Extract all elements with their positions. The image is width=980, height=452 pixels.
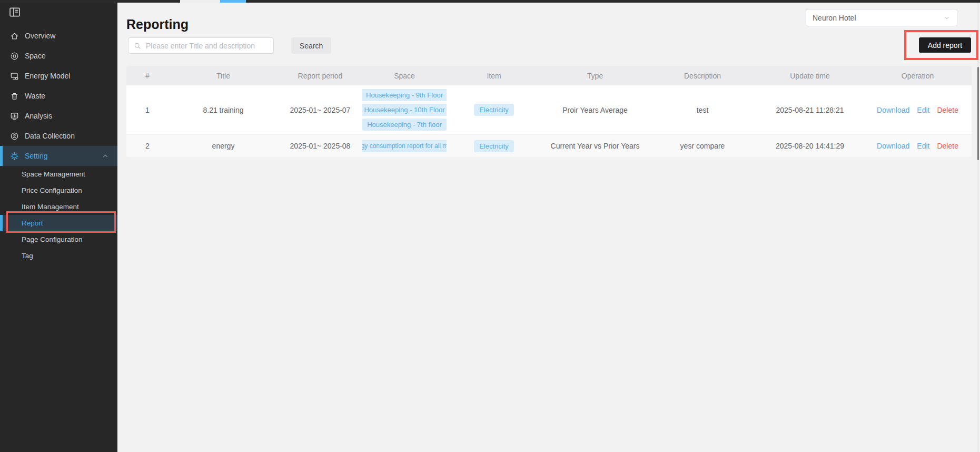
sidebar-subitem-label: Price Configuration — [22, 186, 82, 194]
cell-space: gy consumption report for all m — [362, 135, 447, 157]
cell-type: Proir Years Average — [541, 85, 649, 134]
search-button[interactable]: Search — [291, 37, 331, 54]
sidebar-collapse-icon[interactable] — [9, 6, 21, 18]
sidebar-item-label: Energy Model — [25, 72, 70, 80]
search-input-wrapper — [128, 37, 274, 54]
sidebar-item-page-configuration[interactable]: Page Configuration — [0, 231, 117, 248]
cell-update-time: 2025-08-21 11:28:21 — [756, 85, 864, 134]
data-collection-icon — [10, 132, 19, 141]
sidebar-item-analysis[interactable]: Analysis — [0, 106, 117, 126]
space-tag: Housekeeping - 7th floor — [362, 119, 447, 131]
chevron-down-icon — [943, 14, 951, 22]
delete-link[interactable]: Delete — [937, 142, 958, 150]
cell-description: test — [649, 85, 756, 134]
cell-item: Electricity — [447, 85, 541, 134]
search-icon — [134, 42, 141, 50]
delete-link[interactable]: Delete — [937, 106, 958, 114]
column-header-type: Type — [541, 66, 649, 85]
add-report-button[interactable]: Add report — [919, 37, 971, 53]
sidebar-item-space-management[interactable]: Space Management — [0, 166, 117, 182]
cell-type: Current Year vs Prior Years — [541, 135, 649, 157]
cell-update-time: 2025-08-20 14:41:29 — [756, 135, 864, 157]
sidebar-item-label: Overview — [25, 32, 55, 40]
hotel-selector-value: Neuron Hotel — [813, 14, 856, 22]
sidebar-item-space[interactable]: Space — [0, 46, 117, 66]
sidebar-item-setting[interactable]: Setting — [0, 146, 117, 166]
app-root: OverviewSpaceEnergy ModelWasteAnalysisDa… — [0, 0, 980, 452]
cell-report-period: 2025-01~ 2025-07 — [278, 85, 362, 134]
space-icon — [10, 52, 19, 61]
sidebar-subitem-label: Page Configuration — [22, 235, 83, 243]
active-tab-indicator — [220, 0, 246, 3]
browser-tab-strip — [0, 0, 980, 3]
edit-link[interactable]: Edit — [917, 106, 929, 114]
cell-index: 1 — [126, 85, 169, 134]
space-tag: Housekeeping - 9th Floor — [362, 89, 447, 101]
column-header-space: Space — [362, 66, 447, 85]
table-row: 2energy2025-01~ 2025-08gy consumption re… — [126, 134, 972, 157]
cell-item: Electricity — [447, 135, 541, 157]
reports-table: #TitleReport periodSpaceItemTypeDescript… — [126, 66, 972, 157]
table-header-row: #TitleReport periodSpaceItemTypeDescript… — [126, 66, 972, 85]
tab-strip-light-segment — [180, 0, 220, 3]
chevron-up-icon — [102, 152, 109, 160]
sidebar: OverviewSpaceEnergy ModelWasteAnalysisDa… — [0, 0, 117, 452]
analysis-icon — [10, 112, 19, 121]
cell-title: 8.21 training — [169, 85, 278, 134]
cell-description: yesr compare — [649, 135, 756, 157]
hotel-selector-dropdown[interactable]: Neuron Hotel — [806, 9, 957, 26]
item-tag: Electricity — [474, 104, 514, 116]
sidebar-item-overview[interactable]: Overview — [0, 26, 117, 46]
sidebar-item-label: Setting — [25, 152, 48, 160]
column-header-operation: Operation — [864, 66, 972, 85]
column-header-report-period: Report period — [278, 66, 362, 85]
sidebar-item-item-management[interactable]: Item Management — [0, 199, 117, 215]
sidebar-item-energy-model[interactable]: Energy Model — [0, 66, 117, 86]
sidebar-item-data-collection[interactable]: Data Collection — [0, 126, 117, 146]
edit-link[interactable]: Edit — [917, 142, 929, 150]
sidebar-item-label: Analysis — [25, 112, 52, 120]
column-header-update-time: Update time — [756, 66, 864, 85]
item-tag: Electricity — [474, 140, 514, 152]
search-input[interactable] — [145, 41, 268, 51]
waste-icon — [10, 92, 19, 101]
scrollbar-thumb[interactable] — [977, 67, 979, 160]
column-header--: # — [126, 66, 169, 85]
sidebar-item-price-configuration[interactable]: Price Configuration — [0, 182, 117, 199]
energy-model-icon — [10, 72, 19, 81]
column-header-description: Description — [649, 66, 756, 85]
sidebar-item-report[interactable]: Report — [0, 215, 117, 231]
gear-icon — [10, 152, 19, 161]
cell-title: energy — [169, 135, 278, 157]
cell-operation: DownloadEditDelete — [864, 85, 972, 134]
sidebar-item-tag[interactable]: Tag — [0, 248, 117, 264]
column-header-item: Item — [447, 66, 541, 85]
cell-operation: DownloadEditDelete — [864, 135, 972, 157]
column-header-title: Title — [169, 66, 278, 85]
sidebar-subitem-label: Item Management — [22, 203, 79, 211]
download-link[interactable]: Download — [877, 142, 909, 150]
page-title: Reporting — [126, 17, 189, 32]
sidebar-subitem-label: Space Management — [22, 170, 85, 178]
sidebar-item-label: Data Collection — [25, 132, 75, 140]
sidebar-subitem-label: Tag — [22, 252, 33, 260]
sidebar-nav: OverviewSpaceEnergy ModelWasteAnalysisDa… — [0, 26, 117, 264]
cell-index: 2 — [126, 135, 169, 157]
sidebar-subitem-label: Report — [22, 219, 43, 227]
sidebar-item-label: Space — [25, 52, 46, 60]
home-icon — [10, 32, 19, 41]
cell-report-period: 2025-01~ 2025-08 — [278, 135, 362, 157]
download-link[interactable]: Download — [877, 106, 909, 114]
space-tag: gy consumption report for all m — [362, 140, 447, 152]
space-tag: Housekeeping - 10th Floor — [362, 104, 447, 116]
table-body: 18.21 training2025-01~ 2025-07Housekeepi… — [126, 85, 972, 157]
table-row: 18.21 training2025-01~ 2025-07Housekeepi… — [126, 85, 972, 134]
sidebar-item-waste[interactable]: Waste — [0, 86, 117, 106]
cell-space: Housekeeping - 9th FloorHousekeeping - 1… — [362, 85, 447, 134]
sidebar-item-label: Waste — [25, 92, 45, 100]
